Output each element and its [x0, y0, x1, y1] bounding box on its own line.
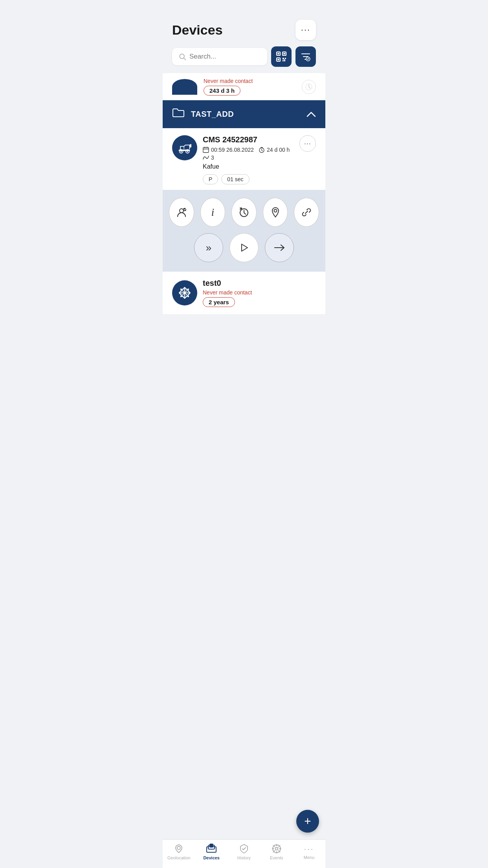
search-bar: [163, 46, 325, 73]
device-name-cms: CMS 24522987: [203, 135, 294, 144]
svg-rect-3: [278, 53, 279, 55]
tag-p[interactable]: P: [203, 174, 218, 184]
qr-scan-button[interactable]: [271, 46, 292, 67]
svg-point-25: [177, 846, 180, 850]
bottom-nav: Geolocation Devices History Events ··· M…: [163, 839, 325, 868]
filter-button[interactable]: [295, 46, 316, 67]
svg-rect-9: [285, 58, 286, 59]
group-title: TAST_ADD: [191, 110, 234, 119]
search-input-wrap: [172, 48, 267, 65]
partial-never-contact-label: Never made contact: [204, 78, 295, 84]
device-tags: P 01 sec: [203, 174, 294, 184]
datetime-meta: 00:59 26.08.2022: [203, 147, 254, 153]
test0-time-badge: 2 years: [203, 297, 235, 307]
svg-point-21: [180, 209, 183, 213]
action-play-button[interactable]: [229, 233, 259, 262]
device-more-button-cms[interactable]: ···: [299, 135, 316, 152]
device-datetime: 00:59 26.08.2022: [211, 147, 254, 153]
test0-device-info: test0 Never made contact 2 years: [203, 279, 316, 307]
devices-nav-icon: [206, 844, 217, 854]
partial-device-avatar: [172, 79, 197, 95]
action-row-2: »: [169, 233, 319, 262]
device-card-cms: CMS 24522987 00:59 26.08.2022: [163, 128, 325, 190]
device-meta-row: 00:59 26.08.2022 24 d 00 h: [203, 147, 294, 153]
group-header[interactable]: TAST_ADD: [163, 100, 325, 128]
svg-rect-11: [284, 59, 285, 61]
events-nav-icon: [272, 844, 282, 854]
header-menu-button[interactable]: ···: [295, 20, 316, 40]
nav-item-menu[interactable]: ··· Menu: [297, 844, 321, 860]
partial-device-item: Never made contact 243 d 3 h: [163, 73, 325, 100]
svg-rect-7: [278, 59, 279, 61]
menu-nav-label: Menu: [304, 855, 315, 860]
svg-point-24: [274, 210, 277, 212]
action-info-button[interactable]: i: [200, 198, 226, 227]
filter-icon: [301, 51, 311, 62]
action-history-button[interactable]: [231, 198, 257, 227]
signal-row: 3: [203, 154, 294, 161]
tag-time[interactable]: 01 sec: [221, 174, 249, 184]
svg-rect-28: [210, 844, 213, 847]
device-card-top: CMS 24522987 00:59 26.08.2022: [172, 135, 316, 184]
partial-more-icon[interactable]: [302, 80, 316, 94]
svg-rect-5: [284, 53, 285, 55]
svg-point-30: [275, 848, 278, 850]
search-icon: [178, 53, 186, 61]
group-header-left: TAST_ADD: [172, 107, 234, 121]
device-avatar-test0: [172, 280, 197, 305]
test0-device-name: test0: [203, 279, 316, 288]
device-duration: 24 d 00 h: [267, 147, 290, 153]
device-avatar-cms: [172, 135, 197, 160]
chevron-up-icon[interactable]: [306, 109, 316, 120]
more-dots-icon: ···: [301, 25, 310, 35]
test0-never-contact: Never made contact: [203, 289, 316, 296]
qr-icon: [276, 51, 287, 62]
history-nav-label: History: [237, 855, 251, 860]
add-device-fab[interactable]: +: [296, 810, 319, 833]
action-user-button[interactable]: [169, 198, 194, 227]
device-details-cms: CMS 24522987 00:59 26.08.2022: [203, 135, 294, 184]
svg-rect-10: [283, 60, 284, 61]
nav-item-history[interactable]: History: [232, 844, 256, 860]
svg-rect-8: [283, 58, 284, 59]
devices-nav-label: Devices: [203, 855, 220, 860]
svg-line-1: [184, 58, 186, 60]
folder-icon: [172, 107, 185, 121]
svg-rect-18: [179, 150, 190, 151]
nav-item-geolocation[interactable]: Geolocation: [167, 844, 191, 860]
action-panel: i: [163, 190, 325, 272]
action-arrow-button[interactable]: [265, 233, 294, 262]
history-nav-icon: [239, 844, 249, 854]
plus-icon: +: [304, 815, 311, 828]
search-input[interactable]: [189, 53, 261, 61]
nav-item-devices[interactable]: Devices: [200, 844, 223, 860]
page-title: Devices: [172, 22, 223, 38]
action-location-button[interactable]: [263, 198, 288, 227]
menu-nav-icon: ···: [304, 844, 314, 853]
header: Devices ···: [163, 0, 325, 46]
duration-meta: 24 d 00 h: [259, 147, 290, 153]
action-fast-forward-button[interactable]: »: [194, 233, 223, 262]
geolocation-nav-label: Geolocation: [167, 855, 191, 860]
partial-device-info: Never made contact 243 d 3 h: [204, 78, 295, 96]
events-nav-label: Events: [270, 855, 283, 860]
action-row-1: i: [169, 198, 319, 227]
info-icon: i: [211, 206, 215, 219]
svg-rect-19: [203, 147, 209, 153]
device-location: Kafue: [203, 163, 294, 170]
nav-item-events[interactable]: Events: [265, 844, 288, 860]
partial-time-badge: 243 d 3 h: [204, 86, 240, 96]
action-link-button[interactable]: [294, 198, 319, 227]
signal-count: 3: [211, 154, 214, 161]
device-card-test0: test0 Never made contact 2 years: [163, 272, 325, 314]
fast-forward-icon: »: [206, 242, 211, 254]
geolocation-nav-icon: [174, 844, 184, 854]
